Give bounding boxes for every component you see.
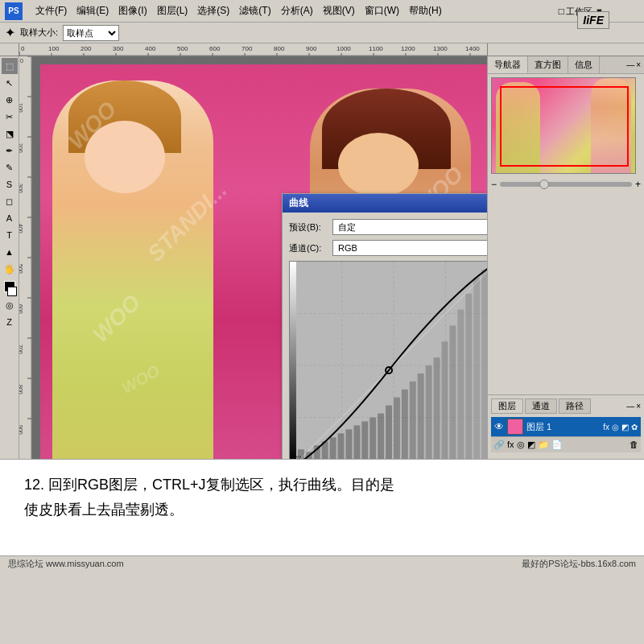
tool-marquee[interactable]: ⬚ [2,58,18,74]
svg-text:900: 900 [19,425,23,435]
layer-style-icon[interactable]: ✿ [631,423,638,431]
menu-edit[interactable]: 编辑(E) [72,2,114,19]
panel2-min[interactable]: — [626,402,634,411]
tool-move[interactable]: ↖ [2,75,18,91]
tab-info[interactable]: 信息 [568,56,600,73]
layers-new-icon[interactable]: 📄 [551,440,563,450]
bottom-text-area: 12. 回到RGB图层，CTRL+J复制选区，执行曲线。目的是 使皮肤看上去晶莹… [0,459,644,555]
tool-brush[interactable]: S [2,176,18,192]
layers-link-icon[interactable]: 🔗 [493,440,505,450]
menu-filter[interactable]: 滤镜(T) [234,2,275,19]
menu-layer[interactable]: 图层(L) [152,2,193,19]
layers-adj-add-icon[interactable]: ◩ [527,440,535,450]
layer-mask-icon[interactable]: ◎ [612,423,619,431]
tool-crop[interactable]: ⬔ [2,126,18,142]
layer-visibility-icon[interactable]: 👁 [494,421,504,432]
menu-select[interactable]: 选择(S) [192,2,234,19]
svg-rect-66 [330,437,336,459]
svg-rect-74 [394,398,400,459]
svg-text:400: 400 [145,45,156,52]
curves-title-bar[interactable]: 曲线 × [283,194,487,213]
svg-text:500: 500 [177,45,188,52]
svg-rect-83 [465,294,472,459]
menu-file[interactable]: 文件(F) [31,2,72,19]
sample-size-label: 取样大小: [20,27,58,39]
svg-rect-79 [434,357,440,459]
svg-text:300: 300 [19,184,23,193]
tab-paths[interactable]: 路径 [559,398,591,414]
svg-rect-90 [290,262,296,459]
svg-rect-82 [457,310,464,459]
tool-hand[interactable]: 🖐 [2,261,18,277]
channel-select[interactable]: RGB [332,240,487,256]
svg-rect-73 [386,406,392,459]
layer-fx-icon[interactable]: fx [603,423,609,431]
menu-analyze[interactable]: 分析(A) [276,2,318,19]
tab-navigator[interactable]: 导航器 [488,56,528,73]
sample-size-icon: ✦ [5,25,15,40]
tool-lasso[interactable]: ⊕ [2,92,18,108]
preset-select[interactable]: 自定 [332,219,487,235]
svg-text:600: 600 [19,304,23,314]
menu-view[interactable]: 视图(V) [318,2,360,19]
svg-text:700: 700 [242,45,253,52]
photo-canvas: WOO STANDI... WOO Y WOO WOO 曲线 × [32,56,487,459]
zoom-in-icon[interactable]: + [635,179,641,190]
svg-rect-78 [426,365,432,459]
svg-text:1000: 1000 [336,45,351,52]
canvas-area[interactable]: WOO STANDI... WOO Y WOO WOO 曲线 × [32,56,487,459]
tool-pen[interactable]: ▲ [2,244,18,260]
layers-fx-icon[interactable]: fx [507,440,514,450]
layer-name: 图层 1 [526,421,551,433]
svg-rect-81 [449,325,456,459]
tab-channels[interactable]: 通道 [525,398,557,414]
layers-group-icon[interactable]: 📁 [538,440,549,450]
tab-layers[interactable]: 图层 [491,398,523,414]
zoom-out-icon[interactable]: − [491,179,497,190]
curves-dialog-title: 曲线 [289,196,308,210]
svg-rect-76 [410,382,416,459]
footer-right: 最好的PS论坛-bbs.16x8.com [522,558,636,570]
svg-text:200: 200 [19,143,23,153]
tool-clone[interactable]: ◻ [2,193,18,209]
layer-adj-icon[interactable]: ◩ [621,423,629,431]
svg-text:1100: 1100 [369,45,383,52]
layers-mask-add-icon[interactable]: ◎ [517,440,525,450]
menu-window[interactable]: 窗口(W) [360,2,404,19]
svg-text:800: 800 [19,385,23,394]
tool-healing[interactable]: ✎ [2,159,18,175]
footer-left[interactable]: 思综论坛 www.missyuan.com [8,558,124,570]
svg-rect-77 [418,374,424,459]
svg-text:100: 100 [19,103,23,113]
curve-graph[interactable]: ▽ △ [289,261,487,459]
panel2-close[interactable]: × [636,402,641,411]
svg-rect-80 [442,341,448,459]
tool-history[interactable]: A [2,210,18,226]
svg-text:0: 0 [21,45,25,52]
svg-rect-70 [361,421,368,459]
menu-image[interactable]: 图像(I) [114,2,151,19]
tab-histogram[interactable]: 直方图 [528,56,568,73]
tool-magic-wand[interactable]: ✂ [2,109,18,125]
layers-delete-icon[interactable]: 🗑 [630,440,638,450]
svg-text:1200: 1200 [401,45,415,52]
panel-min-btn[interactable]: — [626,60,634,69]
panel-close-btn[interactable]: × [636,60,641,69]
menu-help[interactable]: 帮助(H) [404,2,447,19]
iife-badge: IiFE [577,11,609,29]
layer-row[interactable]: 👁 图层 1 fx ◎ ◩ ✿ [491,417,641,436]
svg-rect-84 [473,278,480,459]
tool-zoom[interactable]: Z [2,314,18,330]
tool-type[interactable]: T [2,227,18,243]
navigator-preview [491,77,636,174]
svg-text:100: 100 [48,45,60,52]
zoom-slider-thumb[interactable] [539,180,549,189]
tool-eyedropper[interactable]: ✒ [2,142,18,159]
layer-thumbnail [507,419,523,435]
work-area-icon: □ [559,6,564,17]
tool-bg-color[interactable] [7,287,17,296]
svg-text:800: 800 [274,45,285,52]
sample-size-select[interactable]: 取样点 [63,25,119,41]
tool-quickmask[interactable]: ◎ [2,297,18,313]
options-bar: ✦ 取样大小: 取样点 [0,23,644,43]
